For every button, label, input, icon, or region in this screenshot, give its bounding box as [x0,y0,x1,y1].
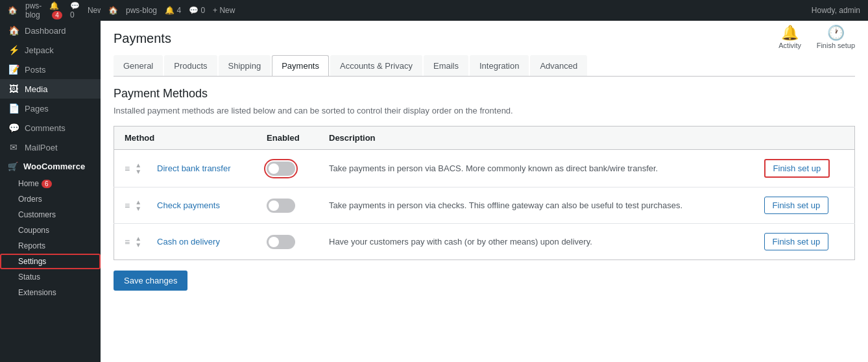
sidebar-item-mailpoet[interactable]: ✉ MailPoet [0,138,101,157]
toggle-1[interactable] [267,162,295,176]
sort-down-1[interactable]: ▼ [135,169,141,175]
sort-arrows-1: ▲ ▼ [135,162,141,175]
method-header: Method [114,127,257,150]
method-name-cell-2: Check payments [147,187,256,224]
comment-top[interactable]: 💬 0 [189,6,205,15]
action-header [754,127,855,150]
page-title: Payments [114,31,855,46]
toggle-3[interactable] [267,235,295,249]
drag-handle-3[interactable]: ≡ [125,237,130,247]
woo-reports-label: Reports [18,241,45,250]
tab-accounts-privacy[interactable]: Accounts & Privacy [330,55,422,76]
sidebar-item-dashboard[interactable]: 🏠 Dashboard [0,21,101,40]
tab-shipping[interactable]: Shipping [219,55,271,76]
notifications-icon[interactable]: 🔔 4 [49,1,62,19]
howdy-text: Howdy, admin [812,6,860,15]
method-controls-2: ≡ ▲ ▼ [125,199,144,212]
notification-badge: 4 [52,11,62,19]
top-admin-bar: 🏠 pws-blog 🔔 4 💬 0 + New Howdy, admin [101,0,868,21]
woo-status-label: Status [18,272,40,282]
tab-payments[interactable]: Payments [272,55,329,76]
new-top[interactable]: + New [213,6,235,15]
sidebar-item-media[interactable]: 🖼 Media [0,79,101,99]
site-name-top[interactable]: pws-blog [126,6,157,15]
finish-setup-icon: 🕐 [827,26,845,40]
comments-icon[interactable]: 💬 0 [70,1,80,19]
toggle-slider-1 [267,162,295,176]
wp-logo-icon[interactable]: 🏠 [8,6,18,15]
sort-up-1[interactable]: ▲ [135,162,141,169]
enabled-cell-3 [256,224,319,260]
finish-setup-action[interactable]: 🕐 Finish setup [817,26,855,49]
sidebar-item-posts[interactable]: 📝 Posts [0,60,101,79]
sort-down-2[interactable]: ▼ [135,206,141,212]
enabled-header: Enabled [256,127,319,150]
finish-btn-2[interactable]: Finish set up [764,197,829,214]
enabled-cell-1 [256,150,319,187]
sidebar-item-jetpack[interactable]: ⚡ Jetpack [0,40,101,60]
sidebar-label-comments: Comments [25,123,66,133]
site-name[interactable]: pws-blog [25,1,42,19]
finish-btn-3[interactable]: Finish set up [764,233,829,250]
method-link-1[interactable]: Direct bank transfer [157,163,230,173]
comments-count: 0 [70,10,75,19]
page-wrapper: Payments General Products Shipping Payme… [101,21,868,301]
sort-up-2[interactable]: ▲ [135,199,141,206]
tab-products[interactable]: Products [164,55,217,76]
notif-top[interactable]: 🔔 4 [165,6,181,15]
woo-sub-coupons[interactable]: Coupons [0,223,101,238]
sidebar-label-dashboard: Dashboard [25,26,66,36]
payment-methods-table: Method Enabled Description ≡ ▲ [114,126,855,260]
woo-sub-reports[interactable]: Reports [0,238,101,254]
drag-handle-1[interactable]: ≡ [125,163,130,174]
tab-integration[interactable]: Integration [470,55,529,76]
tab-emails[interactable]: Emails [424,55,468,76]
jetpack-icon: ⚡ [8,45,19,55]
sidebar-item-pages[interactable]: 📄 Pages [0,99,101,118]
woo-sub-customers[interactable]: Customers [0,207,101,223]
woo-sub-status[interactable]: Status [0,269,101,285]
method-link-2[interactable]: Check payments [157,200,220,210]
tab-general[interactable]: General [114,55,163,76]
drag-cell-2: ≡ ▲ ▼ [114,187,147,224]
posts-icon: 📝 [8,64,19,75]
woo-sub-home[interactable]: Home 6 [0,176,101,191]
sort-down-3[interactable]: ▼ [135,242,141,248]
method-name-cell-1: Direct bank transfer [147,150,256,187]
sidebar-label-pages: Pages [25,104,49,114]
wp-icon-top[interactable]: 🏠 [108,6,118,15]
section-desc: Installed payment methods are listed bel… [114,106,855,115]
woocommerce-header[interactable]: 🛒 WooCommerce [0,157,101,176]
sidebar: 🏠 pws-blog 🔔 4 💬 0 New 🏠 Dashboard ⚡ Jet… [0,0,101,362]
save-changes-button[interactable]: Save changes [114,271,187,291]
pages-icon: 📄 [8,103,19,114]
woo-home-badge: 6 [42,180,52,188]
drag-cell-3: ≡ ▲ ▼ [114,224,147,260]
woo-sub-settings[interactable]: Settings [0,254,101,269]
drag-handle-2[interactable]: ≡ [125,200,130,211]
woo-sub-extensions[interactable]: Extensions [0,285,101,300]
activity-label: Activity [778,42,801,49]
sidebar-label-posts: Posts [25,65,46,75]
method-name-cell-3: Cash on delivery [147,224,256,260]
desc-text-3: Have your customers pay with cash (or by… [329,237,592,247]
table-row: ≡ ▲ ▼ Cash on delivery [114,224,855,260]
tab-advanced[interactable]: Advanced [530,55,587,76]
table-row: ≡ ▲ ▼ Check payments [114,187,855,224]
new-label[interactable]: New [88,6,101,15]
content-area: 🔔 Activity 🕐 Finish setup Payments Gener… [101,21,868,362]
tabs-container: General Products Shipping Payments Accou… [114,55,855,77]
woo-sub-orders[interactable]: Orders [0,191,101,207]
sidebar-item-comments[interactable]: 💬 Comments [0,118,101,138]
activity-action[interactable]: 🔔 Activity [774,26,806,49]
desc-cell-2: Take payments in person via checks. This… [319,187,754,224]
toggle-2[interactable] [267,199,295,213]
action-cell-2: Finish set up [754,187,855,224]
sort-up-3[interactable]: ▲ [135,235,141,242]
sidebar-label-media: Media [25,84,47,94]
finish-btn-1[interactable]: Finish set up [764,159,830,178]
woo-settings-label: Settings [18,257,46,266]
main-content: 🏠 pws-blog 🔔 4 💬 0 + New Howdy, admin 🔔 … [101,0,868,362]
desc-cell-1: Take payments in person via BACS. More c… [319,150,754,187]
method-link-3[interactable]: Cash on delivery [157,237,220,247]
